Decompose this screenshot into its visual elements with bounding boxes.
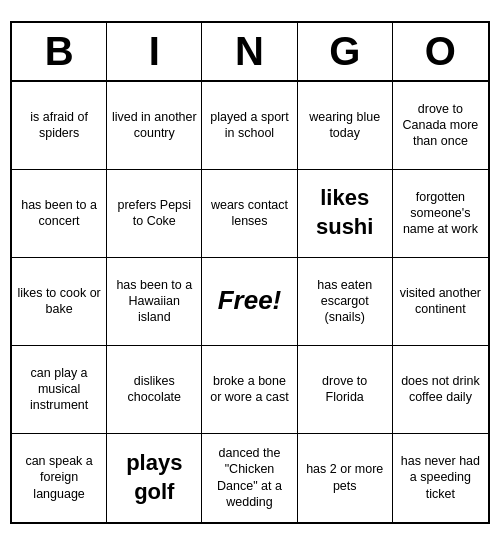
bingo-cell-19: does not drink coffee daily: [393, 346, 488, 434]
bingo-cell-23: has 2 or more pets: [298, 434, 393, 522]
bingo-cell-18: drove to Florida: [298, 346, 393, 434]
bingo-cell-0: is afraid of spiders: [12, 82, 107, 170]
bingo-cell-8: likes sushi: [298, 170, 393, 258]
bingo-card: BINGO is afraid of spiderslived in anoth…: [10, 21, 490, 524]
bingo-cell-6: prefers Pepsi to Coke: [107, 170, 202, 258]
bingo-cell-16: dislikes chocolate: [107, 346, 202, 434]
bingo-letter-o: O: [393, 23, 488, 80]
bingo-cell-9: forgotten someone's name at work: [393, 170, 488, 258]
bingo-cell-15: can play a musical instrument: [12, 346, 107, 434]
bingo-letter-b: B: [12, 23, 107, 80]
bingo-cell-21: plays golf: [107, 434, 202, 522]
bingo-cell-17: broke a bone or wore a cast: [202, 346, 297, 434]
bingo-cell-5: has been to a concert: [12, 170, 107, 258]
bingo-cell-4: drove to Canada more than once: [393, 82, 488, 170]
bingo-cell-7: wears contact lenses: [202, 170, 297, 258]
bingo-cell-24: has never had a speeding ticket: [393, 434, 488, 522]
bingo-letter-n: N: [202, 23, 297, 80]
bingo-cell-22: danced the "Chicken Dance" at a wedding: [202, 434, 297, 522]
bingo-grid: is afraid of spiderslived in another cou…: [12, 82, 488, 522]
bingo-cell-20: can speak a foreign language: [12, 434, 107, 522]
bingo-cell-12: Free!: [202, 258, 297, 346]
bingo-cell-10: likes to cook or bake: [12, 258, 107, 346]
bingo-cell-2: played a sport in school: [202, 82, 297, 170]
bingo-letter-i: I: [107, 23, 202, 80]
bingo-cell-14: visited another continent: [393, 258, 488, 346]
bingo-letter-g: G: [298, 23, 393, 80]
bingo-cell-1: lived in another country: [107, 82, 202, 170]
bingo-cell-3: wearing blue today: [298, 82, 393, 170]
bingo-header: BINGO: [12, 23, 488, 82]
bingo-cell-11: has been to a Hawaiian island: [107, 258, 202, 346]
bingo-cell-13: has eaten escargot (snails): [298, 258, 393, 346]
